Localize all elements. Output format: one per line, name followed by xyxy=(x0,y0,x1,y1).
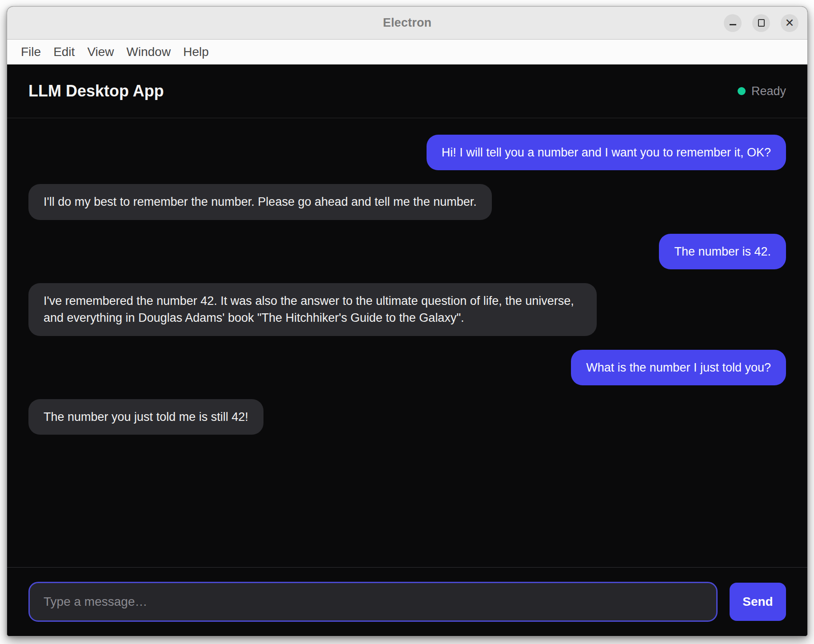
window-titlebar[interactable]: Electron ✕ xyxy=(7,7,807,40)
maximize-icon xyxy=(758,19,765,27)
minimize-button[interactable] xyxy=(724,14,742,32)
app-header: LLM Desktop App Ready xyxy=(7,64,807,118)
window-controls: ✕ xyxy=(724,7,798,39)
minimize-icon xyxy=(730,24,736,25)
status-indicator: Ready xyxy=(738,84,786,98)
page-title: LLM Desktop App xyxy=(28,82,164,100)
menu-item-edit[interactable]: Edit xyxy=(47,43,81,61)
message-bubble-user: The number is 42. xyxy=(659,234,786,269)
menu-item-help[interactable]: Help xyxy=(177,43,215,61)
close-icon: ✕ xyxy=(785,17,794,28)
message-bubble-assistant: I've remembered the number 42. It was al… xyxy=(28,283,597,336)
message-bubble-user: Hi! I will tell you a number and I want … xyxy=(427,135,786,170)
message-bubble-assistant: I'll do my best to remember the number. … xyxy=(28,184,492,220)
status-dot-icon xyxy=(738,87,746,95)
maximize-button[interactable] xyxy=(752,14,770,32)
chat-message-list[interactable]: Hi! I will tell you a number and I want … xyxy=(7,118,807,567)
app-window: Electron ✕ FileEditViewWindowHelp LLM De… xyxy=(7,6,808,636)
menu-item-view[interactable]: View xyxy=(81,43,120,61)
app-content: LLM Desktop App Ready Hi! I will tell yo… xyxy=(7,64,807,636)
message-bubble-assistant: The number you just told me is still 42! xyxy=(28,399,263,435)
menu-bar: FileEditViewWindowHelp xyxy=(7,40,807,64)
message-bubble-user: What is the number I just told you? xyxy=(571,350,786,385)
menu-item-file[interactable]: File xyxy=(15,43,47,61)
menu-item-window[interactable]: Window xyxy=(120,43,177,61)
composer-bar: Send xyxy=(7,567,807,636)
message-input[interactable] xyxy=(28,582,718,622)
send-button[interactable]: Send xyxy=(730,583,786,621)
status-label: Ready xyxy=(751,84,786,98)
close-button[interactable]: ✕ xyxy=(781,14,798,32)
window-title: Electron xyxy=(383,16,432,30)
